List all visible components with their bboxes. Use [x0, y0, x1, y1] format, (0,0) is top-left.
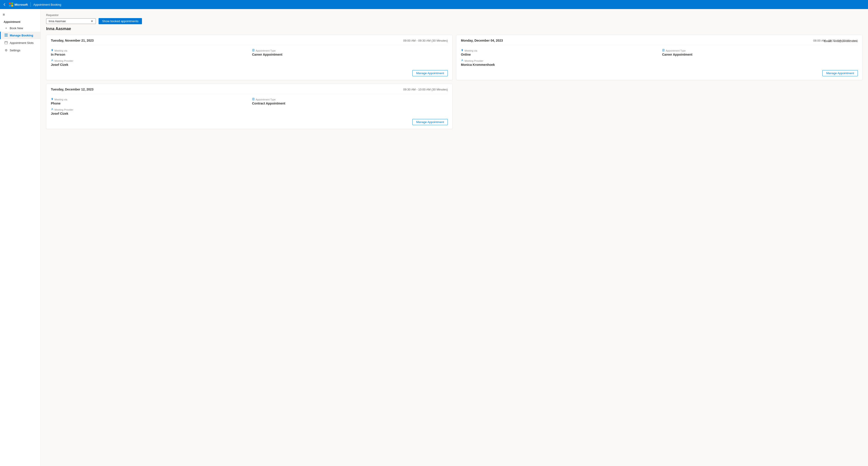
manage-appointment-button-2[interactable]: Manage Appointment: [822, 70, 858, 76]
appointment-type-label-1: Appointment Type: [252, 49, 448, 52]
sidebar-item-settings[interactable]: ⚙ Settings: [0, 47, 40, 54]
card-header-1: Tuesday, November 21, 2023 09:00 AM - 09…: [51, 39, 448, 45]
appointment-type-field-1: Appointment Type Career Appointment: [252, 49, 448, 56]
appointment-card-3: Tuesday, December 12, 2023 09:30 AM - 10…: [46, 84, 453, 129]
meeting-provider-value-2: Monica Krommenhoek: [461, 63, 657, 66]
document-icon: [252, 49, 255, 52]
meeting-provider-label-2: Meeting Provider: [461, 59, 657, 62]
sidebar-section-title: Appointment: [0, 19, 40, 24]
appointment-type-value-1: Career Appointment: [252, 53, 448, 56]
meeting-provider-value-3: Josef Cizek: [51, 112, 247, 115]
main-content: Requestor Inna Aasmae ▼ Show booked appo…: [41, 9, 868, 466]
svg-rect-6: [4, 36, 8, 36]
sidebar-item-label: Appointment Slots: [10, 41, 34, 45]
card-footer-1: Manage Appointment: [51, 70, 448, 76]
meeting-via-value-2: Online: [461, 53, 657, 56]
brand-label: Microsoft: [14, 3, 28, 6]
email-value: inna@contoso.com: [834, 39, 857, 43]
hamburger-menu[interactable]: ≡: [0, 11, 40, 19]
meeting-via-field-1: Meeting via In Person: [51, 49, 247, 56]
requestor-row: Inna Aasmae ▼ Show booked appointments: [46, 18, 863, 24]
app-title: Appointment Booking: [33, 3, 61, 6]
svg-rect-1: [11, 2, 13, 4]
appointment-type-label-3: Appointment Type: [252, 98, 448, 101]
person-icon: [461, 59, 464, 62]
card-fields-1: Meeting via In Person Appointment Type C…: [51, 49, 448, 66]
meeting-provider-value-1: Josef Cizek: [51, 63, 247, 66]
meeting-via-field-3: Meeting via Phone: [51, 98, 247, 105]
svg-rect-2: [9, 5, 11, 6]
meeting-via-label-2: Meeting via: [461, 49, 657, 52]
card-header-2: Monday, December 04, 2023 08:00 AM - 08:…: [461, 39, 858, 45]
document-icon: [252, 98, 255, 101]
topbar: Microsoft Appointment Booking: [0, 0, 868, 9]
ms-logo: Microsoft: [9, 2, 28, 6]
show-booked-button[interactable]: Show booked appointments: [98, 18, 142, 24]
appointment-type-value-3: Contract Appointment: [252, 101, 448, 105]
document-icon: [662, 49, 665, 52]
manage-appointment-button-3[interactable]: Manage Appointment: [412, 119, 448, 125]
svg-point-25: [52, 108, 53, 109]
card-date-1: Tuesday, November 21, 2023: [51, 39, 94, 42]
svg-rect-3: [11, 5, 13, 6]
manage-appointment-button-1[interactable]: Manage Appointment: [412, 70, 448, 76]
card-date-3: Tuesday, December 12, 2023: [51, 88, 94, 91]
svg-rect-4: [4, 34, 8, 34]
location-icon: [461, 49, 464, 52]
appointment-card-1: Tuesday, November 21, 2023 09:00 AM - 09…: [46, 35, 453, 80]
sidebar-item-label: Manage Booking: [10, 34, 33, 37]
meeting-provider-label-3: Meeting Provider: [51, 108, 247, 111]
svg-point-20: [462, 59, 463, 60]
card-header-3: Tuesday, December 12, 2023 09:30 AM - 10…: [51, 88, 448, 94]
requestor-dropdown[interactable]: Inna Aasmae ▼: [46, 18, 96, 24]
sidebar-item-label: Settings: [10, 49, 20, 52]
person-icon: [51, 59, 54, 62]
appointment-type-value-2: Career Appointment: [662, 53, 858, 56]
svg-point-15: [52, 59, 53, 60]
requestor-email: Email: inna@contoso.com: [824, 39, 857, 43]
gear-icon: ⚙: [4, 49, 8, 52]
card-fields-2: Meeting via Online Appointment Type Care…: [461, 49, 858, 66]
list-icon: [4, 33, 8, 37]
meeting-via-label-1: Meeting via: [51, 49, 247, 52]
calendar-icon: [4, 41, 8, 45]
meeting-provider-field-2: Meeting Provider Monica Krommenhoek: [461, 59, 657, 66]
card-fields-3: Meeting via Phone Appointment Type Contr…: [51, 98, 448, 115]
location-icon: [51, 98, 54, 101]
appointments-grid: Tuesday, November 21, 2023 09:00 AM - 09…: [46, 35, 863, 129]
sidebar-item-manage-booking[interactable]: Manage Booking: [0, 32, 40, 39]
card-footer-2: Manage Appointment: [461, 70, 858, 76]
person-icon: [51, 108, 54, 111]
requestor-select-value: Inna Aasmae: [49, 20, 66, 23]
svg-rect-7: [5, 41, 8, 44]
meeting-via-value-3: Phone: [51, 101, 247, 105]
meeting-via-label-3: Meeting via: [51, 98, 247, 101]
location-icon: [51, 49, 54, 52]
meeting-provider-field-1: Meeting Provider Josef Cizek: [51, 59, 247, 66]
email-label: Email:: [824, 39, 832, 43]
meeting-via-value-1: In Person: [51, 53, 247, 56]
card-footer-3: Manage Appointment: [51, 119, 448, 125]
appointment-type-field-3: Appointment Type Contract Appointment: [252, 98, 448, 105]
requestor-section: Requestor Inna Aasmae ▼ Show booked appo…: [46, 13, 863, 31]
card-time-1: 09:00 AM - 09:30 AM (30 Minutes): [403, 39, 448, 42]
sidebar: ≡ Appointment + Book New Manage Booking: [0, 9, 41, 466]
svg-rect-5: [4, 35, 8, 35]
appointment-type-field-2: Appointment Type Career Appointment: [662, 49, 858, 56]
sidebar-item-label: Book New: [10, 26, 23, 30]
chevron-down-icon: ▼: [91, 20, 93, 23]
sidebar-item-appointment-slots[interactable]: Appointment Slots: [0, 39, 40, 47]
card-date-2: Monday, December 04, 2023: [461, 39, 503, 42]
card-time-3: 09:30 AM - 10:00 AM (30 Minutes): [403, 88, 448, 91]
back-button[interactable]: [3, 3, 6, 6]
sidebar-item-book-new[interactable]: + Book New: [0, 24, 40, 32]
requestor-label: Requestor: [46, 13, 863, 17]
appointment-card-2: Monday, December 04, 2023 08:00 AM - 08:…: [456, 35, 863, 80]
appointment-type-label-2: Appointment Type: [662, 49, 858, 52]
meeting-via-field-2: Meeting via Online: [461, 49, 657, 56]
meeting-provider-field-3: Meeting Provider Josef Cizek: [51, 108, 247, 115]
main-layout: ≡ Appointment + Book New Manage Booking: [0, 9, 868, 466]
plus-icon: +: [4, 26, 8, 30]
meeting-provider-label-1: Meeting Provider: [51, 59, 247, 62]
requestor-name: Inna Aasmae: [46, 26, 863, 31]
